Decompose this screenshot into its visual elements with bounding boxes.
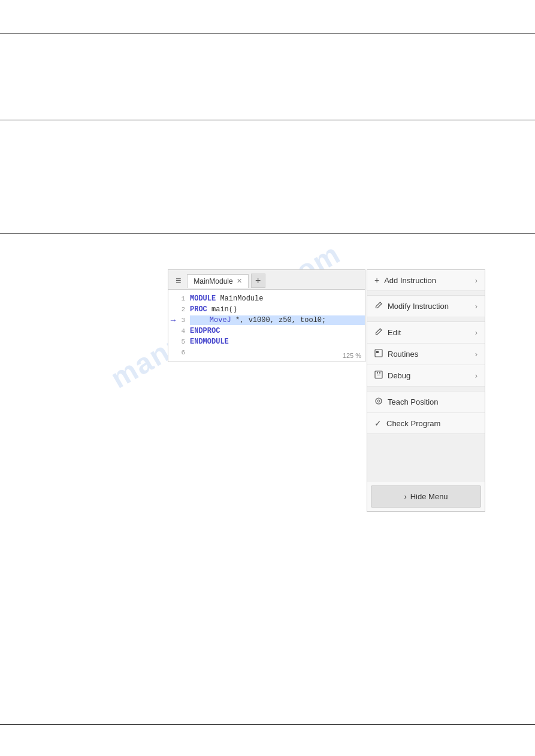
line-indicator-3: → xyxy=(168,315,178,325)
modify-instruction-arrow: › xyxy=(475,302,477,311)
content-separator xyxy=(0,233,535,234)
add-instruction-icon: + xyxy=(374,275,379,285)
code-line-4: 4 ENDPROC xyxy=(168,326,365,336)
routines-icon xyxy=(374,349,383,359)
line-number-3: 3 xyxy=(178,317,190,324)
routines-arrow: › xyxy=(475,350,477,359)
code-text-4: ENDPROC xyxy=(190,327,365,335)
code-line-1: 1 MODULE MainModule xyxy=(168,293,365,304)
menu-item-routines[interactable]: Routines › xyxy=(367,344,485,365)
edit-label: Edit xyxy=(388,328,470,337)
top-separator xyxy=(0,33,535,34)
code-line-5: 5 ENDMODULE xyxy=(168,336,365,347)
menu-item-edit[interactable]: Edit › xyxy=(367,322,485,344)
line-indicator-6 xyxy=(168,348,178,357)
code-line-2: 2 PROC main() xyxy=(168,304,365,315)
line-number-4: 4 xyxy=(178,327,190,335)
line-indicator-1 xyxy=(168,294,178,303)
code-text-2: PROC main() xyxy=(190,305,365,314)
main-module-tab[interactable]: MainModule ✕ xyxy=(187,274,248,288)
code-line-3: → 3 MoveJ *, v1000, z50, tool0; xyxy=(168,315,365,326)
edit-icon xyxy=(374,327,383,338)
code-content[interactable]: 1 MODULE MainModule 2 PROC main() → 3 Mo… xyxy=(168,290,365,362)
bottom-separator xyxy=(0,724,535,725)
svg-rect-5 xyxy=(377,375,380,375)
menu-item-teach-position[interactable]: Teach Position xyxy=(367,391,485,413)
hide-menu-icon: › xyxy=(404,492,406,501)
line-indicator-5 xyxy=(168,338,178,346)
code-text-1: MODULE MainModule xyxy=(190,294,365,303)
svg-point-6 xyxy=(376,398,382,404)
menu-empty-section xyxy=(367,434,485,482)
modify-instruction-label: Modify Instruction xyxy=(388,302,470,311)
svg-rect-1 xyxy=(376,351,379,353)
context-menu: + Add Instruction › Modify Instruction ›… xyxy=(367,269,485,512)
add-instruction-arrow: › xyxy=(475,276,477,285)
menu-spacer-2 xyxy=(367,317,485,322)
mid-separator xyxy=(0,120,535,120)
line-number-1: 1 xyxy=(178,295,190,302)
svg-rect-4 xyxy=(379,372,380,374)
hide-menu-label: Hide Menu xyxy=(410,492,448,501)
line-indicator-2 xyxy=(168,305,178,314)
code-text-5: ENDMODULE xyxy=(190,338,365,346)
code-line-6: 6 xyxy=(168,347,365,358)
menu-item-add-instruction[interactable]: + Add Instruction › xyxy=(367,270,485,291)
check-program-icon: ✓ xyxy=(374,418,382,428)
edit-arrow: › xyxy=(475,328,477,337)
debug-icon xyxy=(374,371,383,381)
svg-rect-3 xyxy=(377,372,378,374)
line-number-6: 6 xyxy=(178,349,190,356)
line-number-5: 5 xyxy=(178,338,190,345)
debug-label: Debug xyxy=(388,371,470,380)
debug-arrow: › xyxy=(475,371,477,380)
menu-spacer-3 xyxy=(367,387,485,391)
hamburger-menu-icon[interactable]: ≡ xyxy=(172,272,185,289)
code-text-6 xyxy=(190,348,365,357)
code-editor: ≡ MainModule ✕ + 1 MODULE MainModule 2 P… xyxy=(168,269,365,362)
tab-bar: ≡ MainModule ✕ + xyxy=(168,270,365,290)
hide-menu-button[interactable]: › Hide Menu xyxy=(371,485,481,508)
zoom-label: 125 % xyxy=(343,352,361,359)
menu-item-check-program[interactable]: ✓ Check Program xyxy=(367,413,485,434)
menu-spacer-1 xyxy=(367,291,485,296)
check-program-label: Check Program xyxy=(386,419,477,428)
teach-position-icon xyxy=(374,397,383,407)
add-instruction-label: Add Instruction xyxy=(384,276,470,285)
add-tab-button[interactable]: + xyxy=(251,274,265,288)
menu-item-modify-instruction[interactable]: Modify Instruction › xyxy=(367,296,485,317)
routines-label: Routines xyxy=(388,350,470,359)
tab-close-button[interactable]: ✕ xyxy=(237,277,242,285)
menu-item-debug[interactable]: Debug › xyxy=(367,365,485,387)
modify-instruction-icon xyxy=(374,301,383,311)
line-indicator-4 xyxy=(168,327,178,335)
line-number-2: 2 xyxy=(178,306,190,313)
svg-point-7 xyxy=(377,400,380,402)
tab-label: MainModule xyxy=(194,277,232,286)
teach-position-label: Teach Position xyxy=(388,397,477,406)
code-text-3: MoveJ *, v1000, z50, tool0; xyxy=(190,315,365,325)
